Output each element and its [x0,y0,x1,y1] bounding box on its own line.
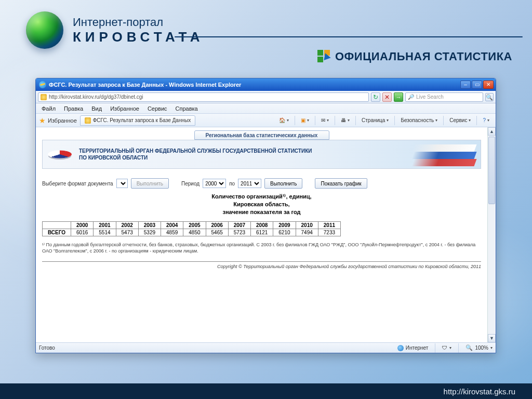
execute-button-1[interactable]: Выполнить [131,178,169,189]
year-header: 2011 [318,221,340,229]
bing-icon: 🔎 [408,94,414,100]
refresh-button[interactable]: ↻ [371,92,380,102]
format-label: Выберите формат документа [42,181,113,187]
period-from-select[interactable]: 2000 [203,179,226,188]
url-input[interactable]: http://kirovstat.kirov.ru/dg/dg37/dbinet… [38,92,369,102]
banner-line1: ТЕРРИТОРИАЛЬНЫЙ ОРГАН ФЕДЕРАЛЬНОЙ СЛУЖБЫ… [79,148,312,155]
window-minimize-button[interactable]: – [460,81,471,89]
year-header: 2010 [296,221,318,229]
page-menu-button[interactable]: Страница▾ [358,115,392,126]
regional-db-tab[interactable]: Региональная база статистических данных [194,130,329,140]
scroll-up-button[interactable]: ▲ [488,127,496,136]
execute-button-2[interactable]: Выполнить [264,178,302,189]
scroll-thumb[interactable] [488,137,495,204]
tab-label: ФСГС. Результат запроса к Базе Данных [93,117,191,123]
browser-tab[interactable]: ФСГС. Результат запроса к Базе Данных [80,115,195,126]
home-icon: 🏠 [279,117,285,123]
search-input[interactable]: 🔎 Live Search [405,92,483,102]
result-table: 2000200120022003200420052006200720082009… [42,221,341,236]
title-rule [175,36,523,37]
subtitle-text: ОФИЦИАЛЬНАЯ СТАТИСТИКА [335,50,512,63]
year-header: 2004 [161,221,183,229]
year-header: 2009 [273,221,296,229]
show-chart-button[interactable]: Показать график [315,178,367,189]
year-header: 2007 [228,221,250,229]
value-cell: 5723 [228,229,250,236]
value-cell: 7233 [318,229,340,236]
safety-label: Безопасность [401,117,434,123]
window-titlebar[interactable]: ФСГС. Результат запроса к Базе Данных - … [36,78,496,91]
slide-subtitle: ОФИЦИАЛЬНАЯ СТАТИСТИКА [317,50,512,63]
flag-icon [413,143,475,166]
safety-menu-button[interactable]: Безопасность▾ [397,115,441,126]
vertical-scrollbar[interactable]: ▲ ▼ [487,127,496,342]
chevron-down-icon: ▾ [449,345,451,350]
menu-edit[interactable]: Правка [60,104,87,113]
menu-favorites[interactable]: Избранное [107,104,143,113]
title-l2: Кировская область, [36,201,487,208]
feed-button[interactable]: ▣▾ [298,115,312,126]
format-select[interactable] [116,179,128,188]
mail-button[interactable]: ✉▾ [318,115,332,126]
window-close-button[interactable]: ✕ [483,81,494,89]
title-l3: значение показателя за год [36,208,487,216]
value-cell: 6121 [251,229,273,236]
year-header: 2001 [94,221,116,229]
year-header: 2002 [116,221,138,229]
period-to-select[interactable]: 2011 [238,179,261,188]
chevron-down-icon: ▾ [387,118,389,123]
tools-label: Сервис [449,117,467,123]
value-cell: 6016 [71,229,94,236]
chevron-down-icon: ▾ [327,118,329,123]
window-title: ФСГС. Результат запроса к Базе Данных - … [49,82,241,88]
stop-button[interactable]: ✕ [382,92,392,102]
period-sep: по [229,181,235,187]
magnifier-icon: 🔍 [466,344,473,351]
chevron-down-icon: ▾ [287,118,289,123]
chevron-down-icon: ▾ [469,118,471,123]
year-header: 2008 [251,221,273,229]
scroll-down-button[interactable]: ▼ [488,334,496,342]
favorites-button[interactable]: ★ Избранное [39,116,77,125]
search-button[interactable]: 🔍 [485,93,494,101]
page-label: Страница [362,117,385,123]
browser-window: ФСГС. Результат запроса к Базе Данных - … [35,78,496,353]
go-button[interactable]: → [394,92,403,102]
protected-mode[interactable]: 🛡▾ [442,345,451,351]
menu-tools[interactable]: Сервис [144,104,171,113]
chevron-down-icon: ▾ [307,118,309,123]
value-cell: 5329 [138,229,161,236]
value-cell: 7494 [296,229,318,236]
shield-icon: 🛡 [442,345,447,351]
home-button[interactable]: 🏠▾ [276,115,292,126]
menu-file[interactable]: Файл [38,104,59,113]
footer-url: http://kirovstat.gks.ru [444,387,515,396]
favorites-label: Избранное [48,117,77,124]
tools-menu-button[interactable]: Сервис▾ [446,115,474,126]
page-viewport: Региональная база статистических данных … [36,127,487,342]
menu-help[interactable]: Справка [172,104,202,113]
internet-zone-icon [397,345,404,351]
address-bar: http://kirovstat.kirov.ru/dg/dg37/dbinet… [36,91,496,103]
pie-chart-icon [48,144,72,165]
print-button[interactable]: 🖶▾ [338,115,353,126]
tab-favicon-icon [85,117,91,124]
toolbar: ★ Избранное ФСГС. Результат запроса к Ба… [36,114,496,127]
zoom-control[interactable]: 🔍 100% ▾ [466,344,493,351]
window-maximize-button[interactable]: ▭ [472,81,482,89]
divider [42,261,481,262]
value-cell: 5465 [206,229,228,236]
status-bar: Готово Интернет 🛡▾ 🔍 100% ▾ [36,342,496,353]
copyright: Copyright © Территориальный орган Федера… [42,264,481,269]
url-text: http://kirovstat.kirov.ru/dg/dg37/dbinet… [49,94,143,100]
menu-bar: Файл Правка Вид Избранное Сервис Справка [36,103,496,114]
slide-footer: http://kirovstat.gks.ru [0,383,532,399]
chevron-down-icon: ▾ [348,118,350,123]
row-header: ВСЕГО [43,229,71,236]
year-header: 2000 [71,221,94,229]
chevron-down-icon: ▾ [487,118,489,123]
menu-view[interactable]: Вид [88,104,105,113]
year-header: 2006 [206,221,228,229]
help-button[interactable]: ?▾ [480,115,493,126]
security-zone[interactable]: Интернет [397,345,429,351]
